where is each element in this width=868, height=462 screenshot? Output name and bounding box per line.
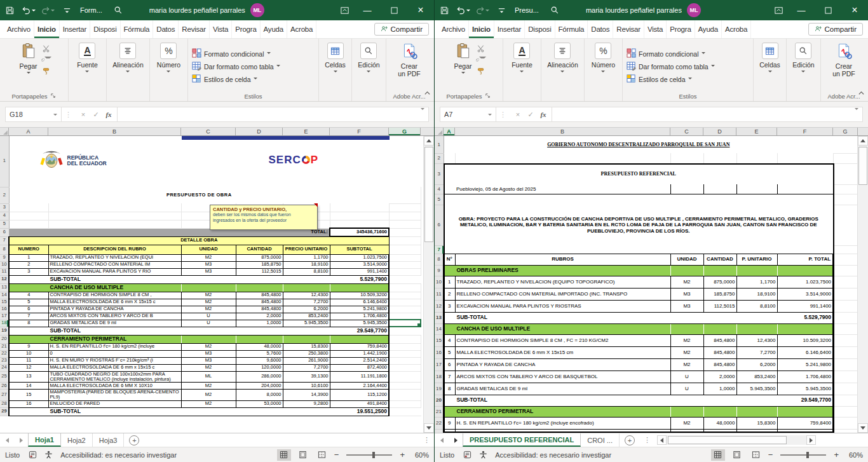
- cell[interactable]: [389, 390, 421, 401]
- sheet-row[interactable]: 1 GOBIERNO AUTONOMO DESCENTRALIZADO PARR…: [435, 136, 857, 153]
- budget-row[interactable]: 27 15 MAMPOSTERIA (PARED DE BLOQUES AREN…: [0, 390, 421, 401]
- row-number[interactable]: 3: [0, 203, 9, 212]
- cell-quantity[interactable]: 2,0000: [236, 313, 283, 320]
- cell[interactable]: [833, 265, 857, 276]
- cell-quantity[interactable]: 875,0000: [236, 254, 283, 261]
- column-header-b[interactable]: B: [48, 128, 181, 135]
- column-header-e[interactable]: E: [283, 128, 330, 135]
- row-number[interactable]: 4: [0, 212, 9, 220]
- cell-subtotal[interactable]: 1.442,1900: [330, 350, 389, 357]
- row-number[interactable]: 17: [435, 358, 444, 370]
- row-number[interactable]: 10: [435, 276, 444, 288]
- cell-description[interactable]: MALLA ELECTROSOLDADA DE 6 mm X 15x15 cm: [455, 346, 670, 358]
- cell-unit[interactable]: M3: [670, 288, 703, 300]
- cell-styles-button[interactable]: Estilos de celda: [627, 74, 752, 85]
- cell-quantity[interactable]: [703, 323, 736, 334]
- row-number[interactable]: 13: [0, 283, 9, 292]
- cell-number[interactable]: [444, 265, 455, 276]
- cell-description[interactable]: GRADAS METALICAS DE 9 ml: [48, 320, 181, 327]
- cell-number[interactable]: [9, 335, 48, 343]
- budget-row[interactable]: 25 13 TUBO CUADRADO NEGRO DE 100x100x2mm…: [0, 371, 421, 383]
- cancel-icon[interactable]: ×: [512, 111, 524, 118]
- sheet-row[interactable]: 4 Puebloviejo, 05 de Agosto del 2025: [435, 184, 857, 194]
- cell-description[interactable]: MALLA ELECTROSOLDADA DE 6 mm x 15x15 c: [48, 364, 181, 371]
- cell-description[interactable]: ARCOS MIXTOS CON TABLERO Y ARCO DE B: [48, 313, 181, 320]
- header-unidad[interactable]: UNIDAD: [670, 254, 703, 265]
- menu-tab[interactable]: Vista: [210, 20, 232, 38]
- cell[interactable]: [389, 292, 421, 299]
- cell-description[interactable]: ARCOS MIXTOS CON TABLERO Y ARCO DE BASQU…: [455, 370, 670, 383]
- minimize-icon[interactable]: —: [354, 0, 381, 20]
- cell-quantity[interactable]: 5,7600: [236, 350, 283, 357]
- cell-subtotal[interactable]: 2.164,4400: [330, 383, 389, 390]
- cell[interactable]: [389, 299, 421, 306]
- conditional-formatting-button[interactable]: Formato condicional: [192, 48, 317, 59]
- budget-row[interactable]: 29 SUB-TOTAL 19.551,2500: [0, 407, 421, 416]
- cell-number[interactable]: 13: [9, 371, 48, 383]
- redo-icon[interactable]: [38, 0, 57, 20]
- sheet-header-row[interactable]: 8 N° RUBROS UNIDAD CANTIDAD P. UNITARIO …: [435, 254, 857, 265]
- cell[interactable]: [389, 187, 421, 203]
- sheet-row[interactable]: 7: [435, 245, 857, 254]
- cell-subtotal[interactable]: 872,4000: [330, 364, 389, 371]
- cell-quantity[interactable]: [703, 395, 736, 406]
- cell[interactable]: [389, 350, 421, 357]
- editing-button[interactable]: Edición: [790, 41, 817, 92]
- redo-icon[interactable]: [473, 0, 492, 20]
- budget-row[interactable]: 19 SUB-TOTAL 29.549,7700: [0, 327, 421, 335]
- cell-description[interactable]: MAMPOSTERIA (PARED DE BLOQUES ARENA-CEME…: [48, 390, 181, 401]
- cell-quantity[interactable]: 9,6000: [236, 357, 283, 364]
- cell-unit-price[interactable]: 39,1300: [283, 371, 330, 383]
- header-descripcion[interactable]: DESCRIPCION DEL RUBRO: [48, 245, 181, 254]
- cell-unit-price[interactable]: 9,2800: [283, 400, 330, 407]
- budget-row[interactable]: 19 8 GRADAS METALICAS DE 9 ml U 1,0000 5…: [435, 383, 857, 395]
- sheet-tab[interactable]: Hoja1: [28, 433, 61, 447]
- scroll-up-icon[interactable]: [858, 136, 868, 146]
- cell[interactable]: [833, 288, 857, 300]
- cell[interactable]: [389, 407, 421, 416]
- cell-quantity[interactable]: 2,0000: [703, 370, 736, 383]
- search-icon[interactable]: [109, 0, 128, 20]
- cell-unit[interactable]: [670, 395, 703, 406]
- name-box[interactable]: A7: [440, 107, 496, 121]
- cell-number[interactable]: [9, 407, 48, 416]
- zoom-slider-thumb[interactable]: [372, 452, 375, 458]
- cell-quantity[interactable]: 120,0000: [236, 364, 283, 371]
- cell-unit-price[interactable]: [283, 327, 330, 335]
- share-button[interactable]: Compartir: [808, 23, 863, 36]
- name-box-dropdown-icon[interactable]: [488, 114, 492, 118]
- row-number[interactable]: 10: [0, 261, 9, 268]
- cell-quantity[interactable]: 845,4800: [703, 358, 736, 370]
- menu-tab[interactable]: Disposi: [525, 20, 555, 38]
- cell-unit-price[interactable]: 853,2400: [283, 313, 330, 320]
- cell-unit-price[interactable]: 5.945,3500: [283, 320, 330, 327]
- obra-description[interactable]: OBRA: PROYECTO PARA LA CONSTRUCCIÓN DE C…: [444, 205, 833, 245]
- view-normal-icon[interactable]: [711, 449, 725, 461]
- collapse-ribbon-icon[interactable]: [858, 88, 865, 99]
- row-number[interactable]: 25: [0, 371, 9, 383]
- cell[interactable]: [389, 268, 421, 275]
- maximize-icon[interactable]: [381, 0, 407, 20]
- cell-quantity[interactable]: 845,4800: [236, 292, 283, 299]
- menu-tab[interactable]: Progra: [232, 20, 260, 38]
- budget-row[interactable]: 9 1 TRAZADO, REPLANTEO Y NIVELACION (EQU…: [0, 254, 421, 261]
- cell-unit[interactable]: U: [670, 370, 703, 383]
- cell-description[interactable]: ENLUCIDO DE PARED: [48, 400, 181, 407]
- cell[interactable]: [389, 313, 421, 320]
- cell-unit-price[interactable]: 12,4300: [736, 334, 777, 346]
- menu-tab[interactable]: Datos: [588, 20, 613, 38]
- worksheet[interactable]: 1 GOBIERNO AUTONOMO DESCENTRALIZADO PARR…: [435, 136, 857, 433]
- cell-unit-price[interactable]: 1,1700: [283, 254, 330, 261]
- cell[interactable]: [389, 236, 421, 245]
- row-number[interactable]: 18: [435, 370, 444, 383]
- cell-description[interactable]: RELLENO COMPACTADO CON MATERIAL IM: [48, 261, 181, 268]
- cell-quantity[interactable]: 185,8750: [236, 261, 283, 268]
- cell-number[interactable]: [444, 312, 455, 323]
- scroll-down-icon[interactable]: [858, 423, 868, 433]
- cell-unit[interactable]: M2: [670, 417, 703, 429]
- cell-number[interactable]: 12: [9, 364, 48, 371]
- sheet-row[interactable]: 1 REPÚBLICADEL ECUADOR SERCP: [0, 136, 421, 187]
- cell-unit[interactable]: U: [181, 320, 236, 327]
- header-p-total[interactable]: P. TOTAL: [777, 254, 833, 265]
- zoom-slider-thumb[interactable]: [806, 452, 809, 458]
